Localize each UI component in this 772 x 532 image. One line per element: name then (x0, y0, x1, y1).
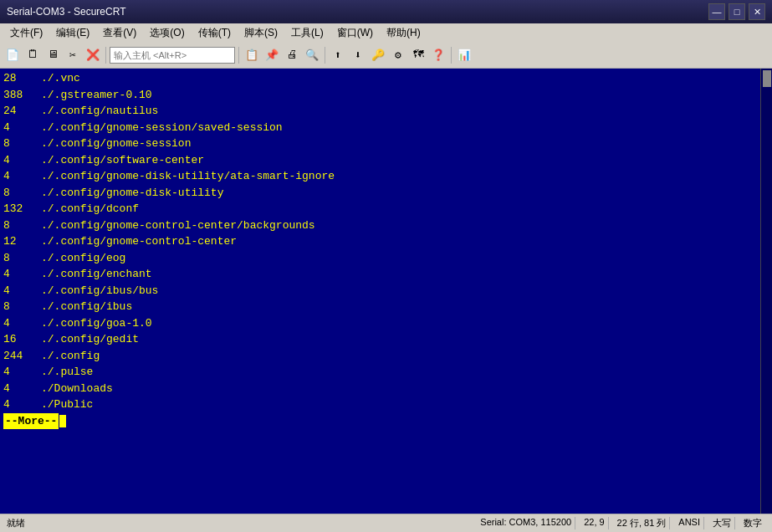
toolbar-btn-copy[interactable]: 📋 (243, 46, 261, 64)
term-line-num: 4 (3, 283, 41, 299)
term-line-num: 8 (3, 136, 41, 152)
term-line-path: ./.pulse (41, 364, 93, 381)
close-button[interactable]: ✕ (749, 3, 765, 20)
term-line-path: ./Downloads (41, 381, 113, 397)
term-line-path: ./.vnc (41, 70, 80, 87)
toolbar-btn-download[interactable]: ⬇ (349, 46, 367, 64)
minimize-button[interactable]: — (708, 3, 725, 20)
toolbar-btn-3[interactable]: 🖥 (43, 46, 62, 64)
term-line: 132./.config/dconf (3, 201, 769, 217)
host-input[interactable] (110, 47, 235, 64)
term-line-num: 8 (3, 250, 41, 267)
term-line: 4./.config/enchant (3, 266, 769, 283)
term-line-path: ./.config/software-center (41, 152, 204, 169)
term-line-num: 24 (3, 103, 41, 120)
menu-item-s[interactable]: 脚本(S) (238, 23, 284, 42)
term-line-num: 244 (3, 348, 41, 365)
term-line-num: 16 (3, 331, 41, 348)
menubar: 文件(F)编辑(E)查看(V)选项(O)传输(T)脚本(S)工具(L)窗口(W)… (0, 23, 772, 42)
toolbar-btn-paste[interactable]: 📌 (263, 46, 281, 64)
toolbar-btn-2[interactable]: 🗒 (23, 46, 42, 64)
toolbar-btn-help[interactable]: ❓ (429, 46, 447, 64)
term-line-path: ./.config/nautilus (41, 103, 158, 120)
toolbar: 📄 🗒 🖥 ✂ ❌ 📋 📌 🖨 🔍 ⬆ ⬇ 🔑 ⚙ 🗺 ❓ 📊 (0, 42, 772, 69)
toolbar-separator-1 (105, 47, 106, 64)
status-caps: 大写 (709, 517, 735, 529)
term-line-path: ./.config/dconf (41, 201, 139, 217)
titlebar-title: Serial-COM3 - SecureCRT (7, 6, 125, 18)
statusbar: 就绪 Serial: COM3, 115200 22, 9 22 行, 81 列… (0, 514, 772, 532)
statusbar-right: Serial: COM3, 115200 22, 9 22 行, 81 列 AN… (477, 517, 765, 529)
toolbar-btn-upload[interactable]: ⬆ (329, 46, 347, 64)
toolbar-btn-4[interactable]: ✂ (64, 46, 82, 64)
term-line-num: 8 (3, 299, 41, 315)
menu-item-t[interactable]: 传输(T) (192, 23, 238, 42)
status-info: 22 行, 81 列 (614, 517, 671, 529)
menu-item-l[interactable]: 工具(L) (284, 23, 330, 42)
status-position: 22, 9 (580, 517, 608, 529)
toolbar-btn-1[interactable]: 📄 (3, 46, 22, 64)
term-line-path: ./.config/eog (41, 250, 125, 267)
term-line-num: 388 (3, 87, 41, 104)
term-line-num: 8 (3, 185, 41, 202)
term-line: 4./.config/gnome-disk-utility/ata-smart-… (3, 168, 769, 185)
terminal-content: 28./.vnc388./.gstreamer-0.1024./.config/… (3, 70, 769, 413)
term-line: 8./.config/gnome-control-center/backgrou… (3, 217, 769, 234)
term-line-path: ./.config/goa-1.0 (41, 315, 152, 332)
term-line: 8./.config/gnome-disk-utility (3, 185, 769, 202)
term-line-num: 28 (3, 70, 41, 87)
term-line: 4./Downloads (3, 381, 769, 397)
term-line: 4./.config/ibus/bus (3, 283, 769, 299)
term-line-path: ./.config/ibus/bus (41, 283, 158, 299)
term-line-path: ./.config/gnome-disk-utility/ata-smart-i… (41, 168, 335, 185)
term-line-num: 4 (3, 168, 41, 185)
more-label: --More-- (3, 413, 59, 430)
toolbar-separator-3 (325, 47, 325, 64)
term-line: 388./.gstreamer-0.10 (3, 87, 769, 104)
toolbar-separator-2 (238, 47, 239, 64)
status-encoding: ANSI (675, 517, 704, 529)
term-line-path: ./.config/enchant (41, 266, 152, 283)
menu-item-w[interactable]: 窗口(W) (330, 23, 380, 42)
menu-item-v[interactable]: 查看(V) (96, 23, 143, 42)
term-line-path: ./.gstreamer-0.10 (41, 87, 152, 104)
toolbar-btn-map[interactable]: 🗺 (409, 46, 427, 64)
status-ready: 就绪 (7, 517, 25, 529)
toolbar-btn-settings[interactable]: ⚙ (389, 46, 407, 64)
term-line-num: 132 (3, 201, 41, 217)
term-line-num: 4 (3, 315, 41, 332)
term-line-num: 4 (3, 152, 41, 169)
toolbar-separator-4 (451, 47, 452, 64)
term-line-path: ./.config (41, 348, 100, 365)
term-line-path: ./.config/ibus (41, 299, 132, 315)
term-line: 4./Public (3, 396, 769, 413)
status-num: 数字 (740, 517, 765, 529)
term-line-num: 12 (3, 233, 41, 250)
menu-item-e[interactable]: 编辑(E) (49, 23, 96, 42)
cursor (59, 415, 66, 427)
menu-item-f[interactable]: 文件(F) (3, 23, 49, 42)
scrollbar-thumb[interactable] (763, 70, 771, 87)
toolbar-btn-monitor[interactable]: 📊 (455, 46, 473, 64)
term-line-num: 4 (3, 266, 41, 283)
term-line-path: ./.config/gnome-control-center (41, 233, 237, 250)
term-line-path: ./.config/gnome-session/saved-session (41, 120, 283, 136)
toolbar-btn-5[interactable]: ❌ (84, 46, 102, 64)
scrollbar-track[interactable] (760, 69, 772, 514)
term-line: 4./.config/goa-1.0 (3, 315, 769, 332)
term-line: 28./.vnc (3, 70, 769, 87)
toolbar-btn-key[interactable]: 🔑 (369, 46, 387, 64)
maximize-button[interactable]: □ (729, 3, 745, 20)
term-line: 16./.config/gedit (3, 331, 769, 348)
term-line-num: 4 (3, 381, 41, 397)
toolbar-btn-find[interactable]: 🔍 (303, 46, 321, 64)
term-line: 12./.config/gnome-control-center (3, 233, 769, 250)
menu-item-h[interactable]: 帮助(H) (380, 23, 427, 42)
statusbar-left: 就绪 (7, 517, 25, 529)
term-line-num: 4 (3, 120, 41, 136)
term-line-path: ./.config/gedit (41, 331, 139, 348)
term-line-path: ./.config/gnome-session (41, 136, 191, 152)
menu-item-o[interactable]: 选项(O) (143, 23, 191, 42)
term-line-path: ./.config/gnome-disk-utility (41, 185, 223, 202)
toolbar-btn-print[interactable]: 🖨 (283, 46, 301, 64)
